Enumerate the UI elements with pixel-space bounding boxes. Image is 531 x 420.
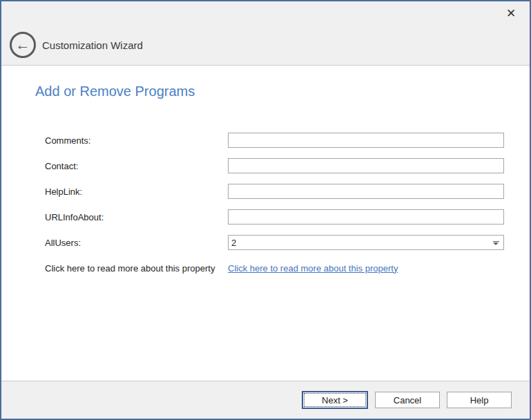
allusers-label: AllUsers:: [45, 238, 228, 248]
form-row-allusers: AllUsers: 2: [45, 235, 530, 250]
cancel-button[interactable]: Cancel: [375, 392, 440, 408]
customization-wizard-window: ✕ ← Customization Wizard Add or Remove P…: [0, 0, 531, 420]
contact-field[interactable]: [228, 158, 504, 173]
window-chrome-top: ✕ ← Customization Wizard: [1, 1, 530, 66]
back-button[interactable]: ←: [10, 32, 36, 58]
next-button[interactable]: Next >: [302, 391, 368, 409]
helplink-label: HelpLink:: [45, 187, 228, 197]
helplink-field[interactable]: [228, 184, 504, 199]
properties-form: Comments: Contact: HelpLink: URLInfoAbou…: [1, 133, 530, 274]
form-row-comments: Comments:: [45, 133, 530, 148]
comments-field[interactable]: [228, 133, 504, 148]
wizard-page-content: Add or Remove Programs Comments: Contact…: [1, 66, 530, 381]
allusers-dropdown-value: 2: [231, 238, 493, 248]
urlinfoabout-field[interactable]: [228, 209, 504, 225]
close-icon[interactable]: ✕: [503, 5, 519, 21]
allusers-dropdown[interactable]: 2: [228, 235, 504, 250]
wizard-header: ← Customization Wizard: [10, 32, 143, 58]
chevron-down-icon: [493, 240, 499, 245]
contact-label: Contact:: [45, 161, 228, 171]
back-arrow-icon: ←: [16, 37, 30, 52]
form-row-helplink: HelpLink:: [45, 184, 530, 199]
help-button[interactable]: Help: [447, 392, 512, 408]
form-row-contact: Contact:: [45, 158, 530, 173]
property-help-row: Click here to read more about this prope…: [45, 262, 530, 274]
wizard-footer: Next > Cancel Help: [1, 381, 530, 419]
property-help-link[interactable]: Click here to read more about this prope…: [228, 263, 398, 274]
property-help-label: Click here to read more about this prope…: [45, 263, 228, 274]
window-title: Customization Wizard: [42, 39, 143, 51]
page-title: Add or Remove Programs: [1, 66, 530, 100]
form-row-urlinfoabout: URLInfoAbout:: [45, 209, 530, 225]
urlinfoabout-label: URLInfoAbout:: [45, 212, 228, 222]
comments-label: Comments:: [45, 135, 228, 146]
